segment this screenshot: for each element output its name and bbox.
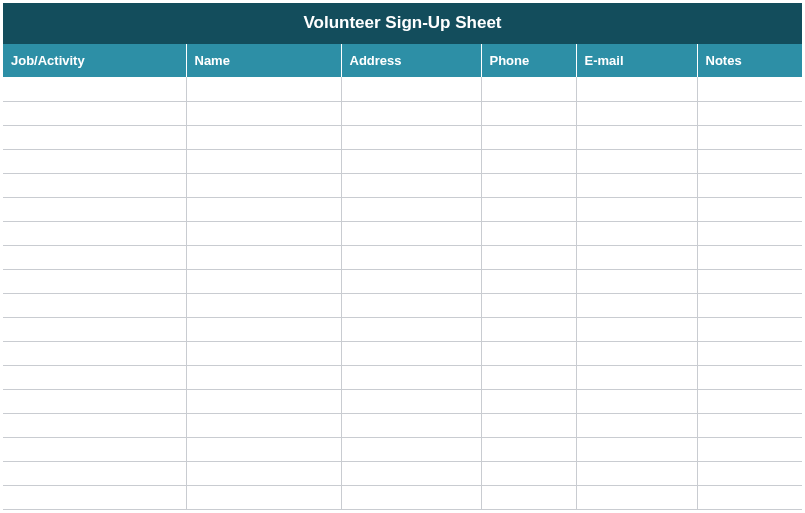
table-cell[interactable] <box>576 461 697 485</box>
table-cell[interactable] <box>186 197 341 221</box>
table-cell[interactable] <box>186 101 341 125</box>
table-cell[interactable] <box>3 461 186 485</box>
table-cell[interactable] <box>341 461 481 485</box>
table-cell[interactable] <box>341 221 481 245</box>
table-cell[interactable] <box>3 221 186 245</box>
table-cell[interactable] <box>697 461 802 485</box>
table-cell[interactable] <box>576 197 697 221</box>
table-cell[interactable] <box>341 413 481 437</box>
table-cell[interactable] <box>576 269 697 293</box>
table-cell[interactable] <box>3 413 186 437</box>
table-cell[interactable] <box>576 293 697 317</box>
table-cell[interactable] <box>697 197 802 221</box>
table-cell[interactable] <box>341 389 481 413</box>
table-cell[interactable] <box>3 317 186 341</box>
table-cell[interactable] <box>186 77 341 101</box>
table-cell[interactable] <box>576 173 697 197</box>
table-cell[interactable] <box>3 365 186 389</box>
table-cell[interactable] <box>3 293 186 317</box>
table-cell[interactable] <box>3 389 186 413</box>
table-cell[interactable] <box>697 389 802 413</box>
table-cell[interactable] <box>481 269 576 293</box>
table-cell[interactable] <box>186 269 341 293</box>
table-cell[interactable] <box>186 461 341 485</box>
table-cell[interactable] <box>3 485 186 509</box>
table-cell[interactable] <box>576 125 697 149</box>
table-cell[interactable] <box>341 317 481 341</box>
table-cell[interactable] <box>697 413 802 437</box>
table-cell[interactable] <box>341 293 481 317</box>
table-cell[interactable] <box>3 125 186 149</box>
table-cell[interactable] <box>697 341 802 365</box>
table-cell[interactable] <box>481 245 576 269</box>
table-cell[interactable] <box>697 221 802 245</box>
table-cell[interactable] <box>481 413 576 437</box>
table-cell[interactable] <box>3 149 186 173</box>
table-cell[interactable] <box>576 485 697 509</box>
table-cell[interactable] <box>481 173 576 197</box>
table-cell[interactable] <box>576 317 697 341</box>
table-cell[interactable] <box>186 389 341 413</box>
table-cell[interactable] <box>481 485 576 509</box>
table-cell[interactable] <box>481 77 576 101</box>
table-cell[interactable] <box>697 173 802 197</box>
table-cell[interactable] <box>341 269 481 293</box>
table-cell[interactable] <box>3 101 186 125</box>
table-cell[interactable] <box>697 485 802 509</box>
table-cell[interactable] <box>576 437 697 461</box>
table-cell[interactable] <box>186 125 341 149</box>
table-cell[interactable] <box>341 365 481 389</box>
table-cell[interactable] <box>3 341 186 365</box>
table-cell[interactable] <box>576 221 697 245</box>
table-cell[interactable] <box>481 317 576 341</box>
table-cell[interactable] <box>186 437 341 461</box>
table-cell[interactable] <box>697 317 802 341</box>
table-cell[interactable] <box>481 293 576 317</box>
table-cell[interactable] <box>481 437 576 461</box>
table-cell[interactable] <box>697 149 802 173</box>
table-cell[interactable] <box>341 101 481 125</box>
table-cell[interactable] <box>576 413 697 437</box>
table-cell[interactable] <box>576 341 697 365</box>
table-cell[interactable] <box>481 341 576 365</box>
table-cell[interactable] <box>481 461 576 485</box>
table-cell[interactable] <box>481 365 576 389</box>
table-cell[interactable] <box>697 245 802 269</box>
table-cell[interactable] <box>481 197 576 221</box>
table-cell[interactable] <box>697 293 802 317</box>
table-cell[interactable] <box>481 389 576 413</box>
table-cell[interactable] <box>186 341 341 365</box>
table-cell[interactable] <box>186 245 341 269</box>
table-cell[interactable] <box>186 293 341 317</box>
table-cell[interactable] <box>576 149 697 173</box>
table-cell[interactable] <box>697 269 802 293</box>
table-cell[interactable] <box>481 221 576 245</box>
table-cell[interactable] <box>697 77 802 101</box>
table-cell[interactable] <box>697 365 802 389</box>
table-cell[interactable] <box>186 485 341 509</box>
table-cell[interactable] <box>186 149 341 173</box>
table-cell[interactable] <box>576 101 697 125</box>
table-cell[interactable] <box>341 245 481 269</box>
table-cell[interactable] <box>186 365 341 389</box>
table-cell[interactable] <box>341 125 481 149</box>
table-cell[interactable] <box>3 245 186 269</box>
table-cell[interactable] <box>341 149 481 173</box>
table-cell[interactable] <box>576 245 697 269</box>
table-cell[interactable] <box>341 173 481 197</box>
table-cell[interactable] <box>341 341 481 365</box>
table-cell[interactable] <box>186 173 341 197</box>
table-cell[interactable] <box>341 77 481 101</box>
table-cell[interactable] <box>576 365 697 389</box>
table-cell[interactable] <box>576 77 697 101</box>
table-cell[interactable] <box>3 269 186 293</box>
table-cell[interactable] <box>3 197 186 221</box>
table-cell[interactable] <box>3 173 186 197</box>
table-cell[interactable] <box>341 485 481 509</box>
table-cell[interactable] <box>3 437 186 461</box>
table-cell[interactable] <box>186 221 341 245</box>
table-cell[interactable] <box>341 197 481 221</box>
table-cell[interactable] <box>697 437 802 461</box>
table-cell[interactable] <box>481 101 576 125</box>
table-cell[interactable] <box>481 149 576 173</box>
